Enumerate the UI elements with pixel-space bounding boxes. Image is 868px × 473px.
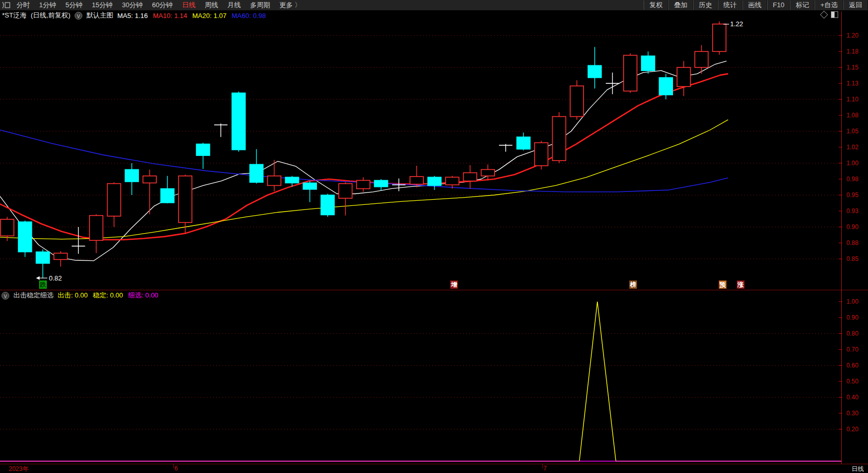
toolbar-menu: 复权叠加历史统计画线F10标记+自选返回 bbox=[644, 1, 868, 10]
value-label: MA20: 1.07 bbox=[192, 12, 227, 20]
event-badge-增[interactable]: 增 bbox=[450, 281, 458, 289]
period-indicator: 日线 bbox=[852, 465, 864, 473]
candle-body bbox=[624, 55, 637, 91]
event-badge-榜[interactable]: 榜 bbox=[629, 281, 637, 289]
indicator-chevron-icon[interactable]: v bbox=[2, 292, 9, 300]
panel-separator[interactable] bbox=[0, 290, 868, 290]
indicator-axis-label: 0.60 bbox=[846, 362, 868, 369]
main-chart[interactable]: 0.821.22 bbox=[0, 21, 868, 290]
price-axis-label: 1.05 bbox=[846, 128, 868, 135]
candle-body bbox=[713, 24, 726, 51]
period-tab-5分钟[interactable]: 5分钟 bbox=[61, 0, 87, 10]
candle-body bbox=[588, 65, 601, 78]
value-label: MA5: 1.16 bbox=[117, 12, 148, 20]
value-label: 出击: 0.00 bbox=[58, 291, 88, 300]
price-axis-label: 1.18 bbox=[846, 48, 868, 55]
indicator-axis-label: 0.70 bbox=[846, 346, 868, 353]
value-label: 细选: 0.00 bbox=[128, 291, 158, 300]
indicator-chart[interactable] bbox=[0, 291, 868, 464]
candle-body bbox=[570, 86, 583, 117]
toolbar-button-统计[interactable]: 统计 bbox=[718, 1, 742, 10]
price-axis-label: 1.20 bbox=[846, 32, 868, 39]
toolbar-button-返回[interactable]: 返回 bbox=[843, 1, 868, 10]
main-layout-label: 默认主图 bbox=[86, 11, 113, 20]
price-axis-label: 0.90 bbox=[846, 223, 868, 231]
top-menubar: 分时1分钟5分钟15分钟30分钟60分钟日线周线月线多周期更多 〉 复权叠加历史… bbox=[0, 0, 868, 11]
toolbar-button-F10[interactable]: F10 bbox=[767, 1, 790, 10]
indicator-axis-label: 1.00 bbox=[846, 298, 868, 305]
event-badge-预[interactable]: 预 bbox=[719, 281, 727, 289]
toolbar-button-画线[interactable]: 画线 bbox=[742, 1, 767, 10]
candle-body bbox=[481, 169, 494, 176]
price-axis-label: 1.02 bbox=[846, 144, 868, 151]
period-tab-分时[interactable]: 分时 bbox=[12, 0, 34, 10]
candle-body bbox=[143, 176, 156, 183]
period-tab-60分钟[interactable]: 60分钟 bbox=[147, 0, 177, 10]
toolbar-button-叠加[interactable]: 叠加 bbox=[668, 1, 693, 10]
period-tab-更多 〉[interactable]: 更多 〉 bbox=[275, 0, 306, 10]
price-axis-label: 1.10 bbox=[846, 96, 868, 103]
price-axis-label: 0.88 bbox=[846, 239, 868, 247]
candle-body bbox=[250, 164, 263, 182]
candle-body bbox=[179, 176, 192, 223]
candle-body bbox=[303, 183, 316, 189]
candle-body bbox=[695, 51, 708, 67]
high-marker-label: 1.22 bbox=[730, 21, 743, 28]
period-tab-30分钟[interactable]: 30分钟 bbox=[117, 0, 147, 10]
price-axis-label: 1.00 bbox=[846, 160, 868, 167]
diamond-icon[interactable] bbox=[820, 11, 828, 19]
period-tab-15分钟[interactable]: 15分钟 bbox=[87, 0, 117, 10]
toolbar-button-历史[interactable]: 历史 bbox=[693, 1, 718, 10]
price-axis-label: 1.15 bbox=[846, 64, 868, 71]
period-tab-周线[interactable]: 周线 bbox=[200, 0, 223, 10]
indicator-axis-label: 0.90 bbox=[846, 314, 868, 321]
indicator-axis-label: 0.40 bbox=[846, 394, 868, 401]
price-axis-label: 1.13 bbox=[846, 80, 868, 87]
stock-subtitle: (日线,前复权) bbox=[31, 11, 70, 20]
period-tab-日线[interactable]: 日线 bbox=[178, 0, 200, 10]
ma-line-MA5 bbox=[0, 61, 727, 261]
low-marker-label: 0.82 bbox=[49, 274, 62, 282]
period-tab-1分钟[interactable]: 1分钟 bbox=[34, 0, 61, 10]
value-label: 稳定: 0.00 bbox=[93, 291, 123, 300]
candle-body bbox=[197, 144, 210, 155]
time-statusbar: 2023年 日线 67 bbox=[0, 464, 868, 473]
candle-body bbox=[535, 143, 548, 166]
candle-body bbox=[108, 184, 121, 216]
stock-infobar: *ST泛海 (日线,前复权) v 默认主图 MA5: 1.16MA10: 1.1… bbox=[0, 10, 868, 21]
ma-line-MA20 bbox=[0, 120, 728, 239]
candle-body bbox=[54, 253, 67, 259]
toolbar-button-+自选[interactable]: +自选 bbox=[814, 1, 843, 10]
candle-body bbox=[677, 67, 690, 86]
candle-body bbox=[553, 116, 566, 161]
event-badge-涨[interactable]: 涨 bbox=[737, 281, 745, 289]
price-axis-label: 0.95 bbox=[846, 191, 868, 199]
period-tab-月线[interactable]: 月线 bbox=[223, 0, 245, 10]
panel-toggle-icon[interactable] bbox=[2, 2, 12, 9]
price-axis-label: 1.08 bbox=[846, 112, 868, 119]
candle-body bbox=[232, 93, 245, 150]
month-tick bbox=[542, 464, 543, 468]
split-view-icon[interactable] bbox=[831, 11, 838, 18]
month-label-7[interactable]: 7 bbox=[543, 465, 547, 472]
year-label[interactable]: 2023年 bbox=[9, 465, 29, 473]
indicator-values: 出击: 0.00稳定: 0.00细选: 0.00 bbox=[58, 291, 164, 300]
indicator-line-出击 bbox=[0, 302, 841, 461]
period-tab-多周期[interactable]: 多周期 bbox=[245, 0, 275, 10]
toolbar-button-复权[interactable]: 复权 bbox=[644, 1, 668, 10]
candle-body bbox=[286, 177, 299, 183]
candle-body bbox=[125, 169, 138, 182]
candle-body bbox=[428, 177, 441, 185]
event-badge-跌[interactable]: 跌 bbox=[39, 281, 47, 289]
indicator-axis-label: 0.80 bbox=[846, 330, 868, 337]
candle-body bbox=[339, 184, 352, 199]
month-label-6[interactable]: 6 bbox=[174, 465, 178, 472]
stock-title: *ST泛海 bbox=[2, 11, 27, 20]
chevron-down-circle-icon[interactable]: v bbox=[75, 12, 82, 20]
period-menu: 分时1分钟5分钟15分钟30分钟60分钟日线周线月线多周期更多 〉 bbox=[0, 0, 306, 10]
candle-body bbox=[659, 78, 672, 95]
indicator-axis-label: 0.30 bbox=[846, 410, 868, 417]
candle-body bbox=[642, 56, 655, 71]
candle-body bbox=[161, 189, 174, 203]
toolbar-button-标记[interactable]: 标记 bbox=[790, 1, 814, 10]
